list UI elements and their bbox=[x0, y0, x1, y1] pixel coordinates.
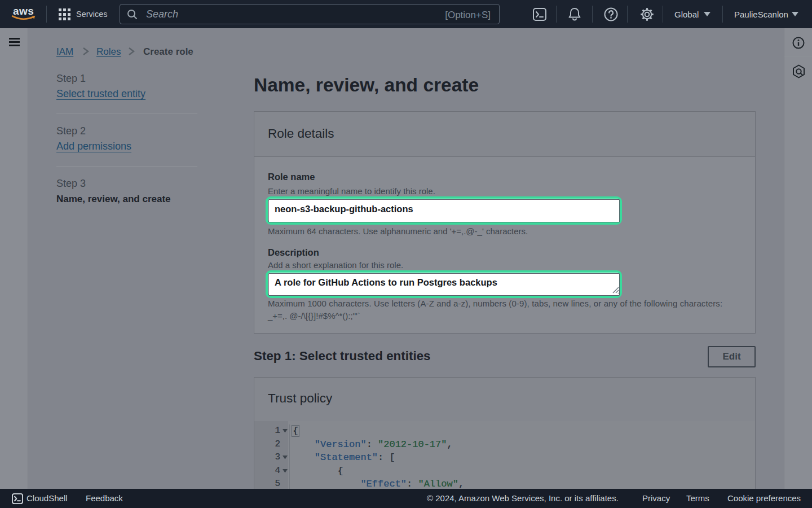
svg-text:aws: aws bbox=[13, 5, 34, 17]
